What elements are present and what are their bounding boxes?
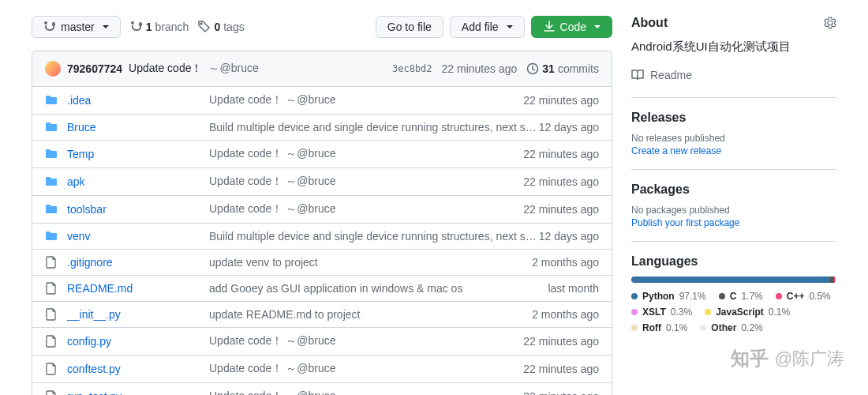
file-commit-msg[interactable]: Update code！ ～@bruce (209, 389, 523, 395)
file-icon (45, 363, 58, 375)
git-branch-icon (130, 21, 143, 33)
folder-icon (45, 230, 58, 243)
file-row: BruceBuild multiple device and single de… (32, 114, 612, 140)
lang-item[interactable]: C++ 0.5% (776, 291, 831, 302)
commits-link[interactable]: 31 commits (526, 62, 599, 75)
file-time: 2 months ago (532, 256, 599, 269)
tag-icon (198, 21, 211, 33)
go-to-file-button[interactable]: Go to file (376, 16, 443, 38)
file-commit-msg[interactable]: Update code！ ～@bruce (209, 202, 523, 216)
file-name-link[interactable]: .gitignore (67, 256, 113, 269)
lang-item[interactable]: Python 97.1% (631, 291, 706, 302)
gear-icon[interactable] (824, 17, 836, 29)
readme-link[interactable]: Readme (631, 66, 836, 85)
file-commit-msg[interactable]: Update code！ ～@bruce (209, 93, 523, 107)
file-commit-msg[interactable]: Update code！ ～@bruce (209, 362, 523, 376)
file-name-link[interactable]: conftest.py (67, 363, 121, 375)
file-time: 22 minutes ago (523, 175, 599, 188)
folder-icon (45, 175, 58, 188)
create-release-link[interactable]: Create a new release (631, 145, 721, 156)
repo-toolbar: master 1 branch 0 tags Go to file Add fi… (32, 16, 612, 38)
file-commit-msg[interactable]: Build multiple device and single device … (209, 230, 539, 243)
file-row: __init__.pyupdate README.md to project2 … (32, 301, 612, 327)
file-row: .ideaUpdate code！ ～@bruce22 minutes ago (32, 87, 612, 114)
file-row: README.mdadd Gooey as GUI application in… (32, 275, 612, 301)
commit-time: 22 minutes ago (442, 62, 518, 75)
file-time: 22 minutes ago (523, 335, 599, 348)
file-commit-msg[interactable]: Build multiple device and single device … (209, 121, 539, 134)
file-name-link[interactable]: .idea (67, 94, 91, 107)
book-icon (631, 69, 644, 81)
file-icon (45, 390, 58, 395)
branch-selector[interactable]: master (32, 16, 121, 38)
folder-icon (45, 94, 58, 107)
file-commit-msg[interactable]: Update code！ ～@bruce (209, 334, 523, 348)
commit-sha[interactable]: 3ec8bd2 (392, 63, 432, 74)
file-time: last month (548, 282, 599, 295)
file-row: venvBuild multiple device and single dev… (32, 223, 612, 249)
file-row: .gitignoreupdate venv to project2 months… (32, 249, 612, 275)
packages-empty: No packages published (631, 205, 836, 216)
language-list: Python 97.1%C 1.7%C++ 0.5%XSLT 0.3%JavaS… (631, 291, 836, 333)
branches-link[interactable]: 1 branch (130, 21, 189, 33)
languages-title: Languages (631, 254, 836, 269)
file-icon (45, 282, 58, 295)
file-row: TempUpdate code！ ～@bruce22 minutes ago (32, 140, 612, 167)
folder-icon (45, 148, 58, 160)
languages-section: Languages Python 97.1%C 1.7%C++ 0.5%XSLT… (631, 241, 836, 333)
releases-title: Releases (631, 111, 836, 125)
tags-link[interactable]: 0 tags (198, 21, 244, 33)
lang-item[interactable]: Other 0.2% (700, 322, 762, 333)
lang-dot (631, 309, 638, 315)
commit-mention: ～@bruce (208, 62, 258, 76)
file-time: 22 minutes ago (523, 363, 599, 375)
file-name-link[interactable]: config.py (67, 335, 111, 348)
file-time: 22 minutes ago (523, 390, 599, 395)
lang-item[interactable]: JavaScript 0.1% (705, 307, 790, 318)
lang-dot (700, 325, 706, 331)
file-name-link[interactable]: venv (67, 230, 91, 243)
file-name-link[interactable]: run_test.py (67, 390, 122, 395)
file-time: 12 days ago (539, 121, 599, 134)
lang-segment (631, 276, 830, 283)
publish-package-link[interactable]: Publish your first package (631, 217, 739, 228)
file-commit-msg[interactable]: add Gooey as GUI application in windows … (209, 282, 548, 295)
commit-author[interactable]: 792607724 (67, 62, 122, 75)
file-name-link[interactable]: Temp (67, 148, 94, 160)
releases-section: Releases No releases published Create a … (631, 97, 836, 156)
file-time: 22 minutes ago (523, 203, 599, 216)
svg-point-0 (200, 23, 202, 24)
file-time: 22 minutes ago (523, 94, 599, 107)
file-name-link[interactable]: __init__.py (67, 308, 121, 321)
download-icon (543, 21, 556, 33)
latest-commit-bar: 792607724 Update code！ ～@bruce 3ec8bd2 2… (32, 51, 612, 87)
folder-icon (45, 203, 58, 216)
file-commit-msg[interactable]: Update code！ ～@bruce (209, 147, 523, 161)
file-icon (45, 256, 58, 269)
file-time: 2 months ago (532, 308, 599, 321)
lang-dot (631, 325, 638, 331)
lang-dot (776, 293, 782, 299)
file-name-link[interactable]: Bruce (67, 121, 96, 134)
file-name-link[interactable]: README.md (67, 282, 133, 295)
file-row: config.pyUpdate code！ ～@bruce22 minutes … (32, 327, 612, 355)
language-bar (631, 276, 836, 283)
add-file-button[interactable]: Add file (450, 16, 525, 38)
folder-icon (45, 121, 58, 134)
file-commit-msg[interactable]: Update code！ ～@bruce (209, 175, 523, 189)
code-button[interactable]: Code (531, 16, 612, 38)
lang-item[interactable]: XSLT 0.3% (631, 307, 692, 318)
lang-item[interactable]: Roff 0.1% (631, 322, 687, 333)
file-icon (45, 335, 58, 348)
file-commit-msg[interactable]: update venv to project (209, 256, 532, 269)
file-list: .ideaUpdate code！ ～@bruce22 minutes agoB… (32, 87, 612, 395)
lang-item[interactable]: C 1.7% (719, 291, 763, 302)
branch-name: master (61, 21, 95, 33)
file-name-link[interactable]: toolsbar (67, 203, 107, 216)
avatar[interactable] (45, 61, 61, 77)
commit-message[interactable]: Update code！ (129, 62, 202, 76)
file-row: run_test.pyUpdate code！ ～@bruce22 minute… (32, 382, 612, 395)
file-row: conftest.pyUpdate code！ ～@bruce22 minute… (32, 355, 612, 382)
file-commit-msg[interactable]: update README.md to project (209, 308, 532, 321)
file-name-link[interactable]: apk (67, 175, 85, 188)
